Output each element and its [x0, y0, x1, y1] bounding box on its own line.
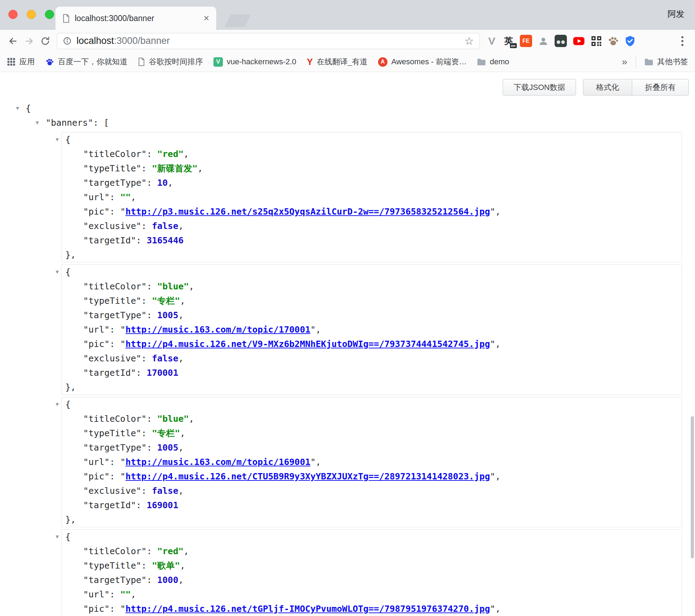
bookmark-star-icon[interactable]: ☆ — [464, 36, 474, 46]
json-token: : — [147, 178, 157, 188]
json-url-link[interactable]: http://p3.music.126.net/s25q2x5QyqsAzilC… — [125, 207, 490, 217]
json-string-value: "red" — [157, 149, 184, 159]
page-info-icon[interactable] — [63, 37, 72, 45]
back-button[interactable] — [5, 33, 21, 49]
json-object-block: ▼{"titleColor": "blue","typeTitle": "专栏"… — [61, 264, 682, 395]
json-line: "typeTitle": "专栏", — [61, 426, 682, 440]
json-token: " — [120, 457, 125, 467]
json-url-link[interactable]: http://p4.music.126.net/V9-MXz6b2MNhEKju… — [125, 339, 490, 349]
browser-tab[interactable]: localhost:3000/banner × — [55, 7, 216, 30]
bookmark-label: vue-hackernews-2.0 — [227, 57, 296, 66]
other-bookmarks-folder[interactable]: 其他书签 — [644, 57, 688, 67]
json-line: }, — [61, 248, 682, 262]
collapse-all-button[interactable]: 折叠所有 — [632, 79, 689, 96]
bookmark-vue-hackernews[interactable]: V vue-hackernews-2.0 — [213, 57, 296, 67]
url-text[interactable]: localhost:3000/banner — [77, 35, 170, 46]
json-key: "pic" — [83, 471, 110, 481]
minimize-window-button[interactable] — [27, 10, 36, 19]
json-token: , — [178, 310, 184, 320]
collapse-triangle-icon[interactable]: ▼ — [53, 397, 61, 412]
collapse-triangle-icon[interactable]: ▼ — [33, 116, 41, 130]
json-line: "exclusive": false, — [61, 484, 682, 498]
tab-title: localhost:3000/banner — [75, 14, 199, 23]
json-token: : — [147, 443, 157, 453]
json-line: ▼{ — [61, 132, 682, 147]
json-object-block: ▼{"titleColor": "red","typeTitle": "歌单",… — [61, 529, 682, 616]
vue-devtools-icon[interactable]: V — [486, 34, 497, 48]
format-button[interactable]: 格式化 — [583, 79, 632, 96]
json-token: : — [136, 368, 147, 378]
json-token: " — [120, 339, 125, 349]
bookmarks-overflow-chevron[interactable]: » — [622, 57, 627, 67]
bookmark-label: Awesomes - 前端资… — [391, 57, 467, 67]
collapse-triangle-icon[interactable]: ▼ — [53, 530, 61, 544]
reload-button[interactable] — [37, 33, 53, 49]
paw-extension-icon[interactable] — [608, 34, 619, 48]
bookmark-apps[interactable]: 应用 — [7, 57, 35, 67]
json-key: "typeTitle" — [83, 163, 141, 173]
json-url-link[interactable]: http://music.163.com/m/topic/170001 — [125, 325, 310, 335]
json-token: , — [495, 604, 501, 614]
json-token: , — [180, 561, 185, 571]
json-token: " — [120, 604, 125, 614]
download-json-button[interactable]: 下载JSON数据 — [503, 79, 576, 96]
json-token: , — [178, 443, 184, 453]
awesomes-icon: A — [378, 57, 388, 67]
bookmark-awesomes[interactable]: A Awesomes - 前端资… — [378, 57, 467, 67]
json-toolbar: 下载JSON数据 格式化 折叠所有 — [0, 72, 695, 96]
json-token: : — [110, 471, 120, 481]
bookmarks-bar: 应用 百度一下，你就知道 谷歌按时间排序 V vue-hackernews-2.… — [0, 52, 695, 72]
json-token: " — [490, 604, 495, 614]
translate-extension-icon[interactable]: 英en — [503, 34, 514, 48]
close-window-button[interactable] — [8, 10, 18, 19]
json-token: , — [495, 207, 501, 217]
json-string-value: "歌单" — [152, 561, 180, 571]
bookmark-demo-folder[interactable]: demo — [477, 57, 509, 66]
zoom-window-button[interactable] — [45, 10, 54, 19]
contacts-extension-icon[interactable] — [538, 34, 549, 48]
json-url-link[interactable]: http://music.163.com/m/topic/169001 — [125, 457, 310, 467]
scrollbar-thumb[interactable] — [691, 416, 694, 558]
json-token: : — [136, 235, 147, 245]
collapse-triangle-icon[interactable]: ▼ — [13, 101, 22, 116]
collapse-triangle-icon[interactable]: ▼ — [53, 265, 61, 279]
json-key: "targetType" — [83, 310, 147, 320]
security-shield-extension-icon[interactable] — [624, 34, 636, 48]
json-line: "url": "", — [61, 190, 682, 204]
json-line: "pic": "http://p4.music.126.net/V9-MXz6b… — [61, 337, 682, 351]
json-url-link[interactable]: http://p4.music.126.net/tGPljf-IMOCyPvum… — [125, 604, 490, 614]
bookmark-label: 谷歌按时间排序 — [149, 57, 203, 67]
json-key: "targetId" — [83, 500, 136, 510]
qr-code-extension-icon[interactable] — [591, 34, 602, 48]
json-token: , — [189, 281, 194, 291]
fehelper-extension-icon[interactable]: FE — [520, 34, 532, 48]
address-bar[interactable]: localhost:3000/banner ☆ — [57, 33, 480, 49]
json-token: " — [120, 207, 125, 217]
json-line: "typeTitle": "专栏", — [61, 294, 682, 308]
json-line: "exclusive": false, — [61, 351, 682, 366]
profile-name: 阿发 — [668, 8, 684, 20]
tab-close-icon[interactable]: × — [204, 13, 209, 23]
json-line: ▼{ — [61, 265, 682, 279]
json-token: : — [110, 339, 120, 349]
collapse-triangle-icon[interactable]: ▼ — [53, 132, 61, 147]
json-line: "targetId": 3165446 — [61, 233, 682, 248]
bookmark-google-sort[interactable]: 谷歌按时间排序 — [138, 57, 203, 67]
forward-button[interactable] — [21, 33, 37, 49]
json-number-value: 1005 — [157, 310, 178, 320]
bookmark-baidu[interactable]: 百度一下，你就知道 — [45, 57, 127, 67]
new-tab-button[interactable] — [224, 14, 251, 27]
bookmark-youdao-translate[interactable]: Y 在线翻译_有道 — [307, 57, 368, 67]
json-token: : — [141, 428, 152, 438]
json-key: "titleColor" — [83, 149, 147, 159]
json-token: , — [184, 546, 189, 556]
json-line: }, — [61, 512, 682, 527]
browser-menu-button[interactable] — [675, 33, 690, 49]
json-key: "typeTitle" — [83, 296, 141, 306]
json-key: "banners" — [46, 118, 93, 128]
json-url-link[interactable]: http://p4.music.126.net/CTU5B9R9y3XyYBZX… — [125, 471, 490, 481]
json-token: { — [65, 135, 71, 145]
tampermonkey-extension-icon[interactable] — [555, 34, 567, 48]
youtube-extension-icon[interactable] — [572, 34, 585, 48]
json-string-value: "blue" — [157, 414, 189, 424]
